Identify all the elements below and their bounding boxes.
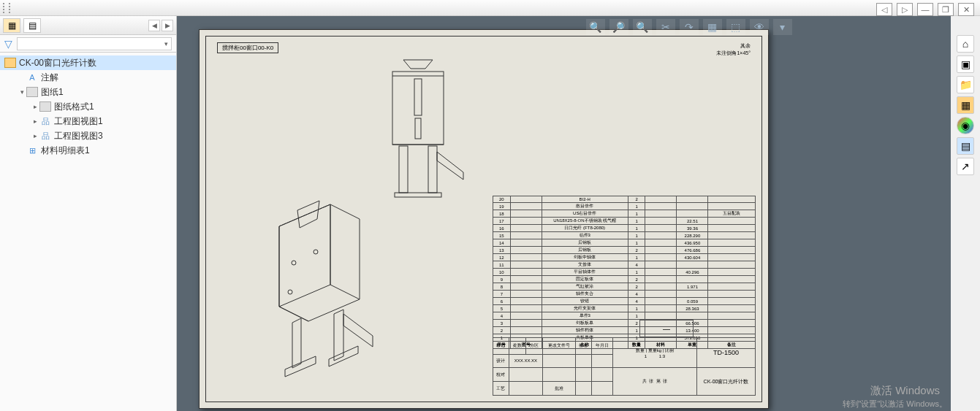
open-icon[interactable]: 📁: [957, 76, 974, 93]
view-icon: 品: [39, 116, 51, 126]
svg-marker-15: [297, 201, 319, 228]
tab-scroll-left[interactable]: ◀: [148, 20, 160, 31]
drawing-view-front[interactable]: [367, 58, 469, 204]
minimize-button[interactable]: —: [917, 3, 933, 16]
tree-sheet-format[interactable]: ▸ 图纸格式1: [0, 99, 176, 114]
annotation-icon: A: [26, 72, 38, 82]
tree-tab-bar: ▦ ▤ ◀ ▶: [0, 16, 176, 35]
view-toolbar: 🔍 🔎 🔍 ✂ ↷ ▦ ⬚ 👁 ▾: [586, 19, 792, 35]
svg-line-13: [330, 285, 360, 299]
tree-sheet1[interactable]: ▾ 图纸1: [0, 85, 176, 99]
bom-table[interactable]: 20BI2-H219散目倍件118US右目倍件1五目配装17UN18X25-8-…: [493, 196, 756, 349]
format-icon: [39, 101, 51, 112]
filter-dropdown[interactable]: ▾: [17, 37, 172, 50]
list-icon[interactable]: ▤: [957, 137, 974, 155]
tab-scroll-right[interactable]: ▶: [162, 20, 173, 31]
zoom-fit-icon[interactable]: 🔍: [586, 19, 605, 35]
appearance-icon[interactable]: ◉: [957, 117, 974, 134]
view-orient-icon[interactable]: 👁: [750, 19, 769, 35]
svg-marker-19: [292, 318, 301, 368]
tree-drawing-view3[interactable]: ▸ 品 工程图视图3: [0, 128, 176, 143]
section-icon[interactable]: ✂: [656, 19, 675, 35]
svg-point-17: [314, 250, 318, 254]
svg-rect-8: [395, 193, 441, 197]
nav-back-button[interactable]: ◁: [876, 3, 892, 16]
export-icon[interactable]: ↗: [957, 158, 974, 175]
svg-marker-9: [437, 152, 463, 180]
hide-show-icon[interactable]: ⬚: [726, 19, 745, 35]
svg-marker-0: [403, 60, 433, 69]
tree-bom[interactable]: ⊞ 材料明细表1: [0, 143, 176, 158]
filter-icon[interactable]: ▽: [4, 38, 12, 50]
title-block: 标记处数 分区更改文件号 签名年月日 数量 | 重量kg | 比例 1 1:3 …: [493, 337, 756, 396]
view-icon: 品: [39, 131, 51, 141]
svg-marker-21: [285, 356, 316, 377]
sheet-icon: [26, 87, 38, 97]
title-dash: —: [639, 320, 694, 337]
svg-rect-3: [414, 79, 422, 115]
drawing-doc-icon: [4, 58, 16, 68]
sheet-note: 其余 未注倒角1×45°: [716, 42, 751, 57]
caret-down-icon[interactable]: ▾: [18, 88, 26, 96]
right-toolbar: ⌂ ▣ 📁 ▦ ◉ ▤ ↗: [957, 35, 974, 175]
redo-icon[interactable]: ↷: [680, 19, 699, 35]
svg-rect-1: [392, 72, 444, 145]
close-button[interactable]: ✕: [958, 3, 974, 16]
tree-annotations[interactable]: A 注解: [0, 70, 176, 85]
zoom-area-icon[interactable]: 🔎: [609, 19, 628, 35]
home-icon[interactable]: ⌂: [957, 35, 974, 53]
nav-fwd-button[interactable]: ▷: [897, 3, 913, 16]
dropdown-icon[interactable]: ▾: [773, 19, 792, 35]
svg-point-18: [288, 290, 292, 294]
svg-line-14: [279, 307, 308, 321]
tree-tab-props[interactable]: ▤: [23, 18, 41, 33]
feature-tree-pane: ▦ ▤ ◀ ▶ ▽ ▾ CK-00窗口光纤计数 A 注解 ▾ 图纸1 ▸ 图纸格…: [0, 16, 177, 411]
model-icon[interactable]: ▣: [957, 55, 974, 73]
sheet-title-tag: 搅拌柜00窗口00-K0: [217, 42, 278, 53]
feature-tree: CK-00窗口光纤计数 A 注解 ▾ 图纸1 ▸ 图纸格式1 ▸ 品 工程图视图…: [0, 53, 176, 161]
svg-rect-6: [399, 146, 408, 193]
svg-marker-11: [279, 204, 330, 307]
window-controls: ◁ ▷ — ❐ ✕: [876, 3, 974, 16]
display-style-icon[interactable]: ▦: [703, 19, 722, 35]
zoom-prev-icon[interactable]: 🔍: [633, 19, 652, 35]
caret-right-icon[interactable]: ▸: [31, 118, 39, 125]
tree-tab-feature[interactable]: ▦: [3, 18, 20, 33]
caret-right-icon[interactable]: ▸: [31, 132, 39, 139]
tree-root[interactable]: CK-00窗口光纤计数: [0, 55, 176, 70]
bom-icon: ⊞: [26, 145, 38, 155]
drawing-canvas[interactable]: 🔍 🔎 🔍 ✂ ↷ ▦ ⬚ 👁 ▾ 搅拌柜00窗口00-K0 其余 未注倒角1×…: [177, 16, 951, 411]
drawing-view-iso[interactable]: [250, 168, 381, 387]
top-toolbar: [0, 0, 980, 16]
svg-rect-4: [415, 118, 421, 139]
svg-rect-7: [428, 146, 437, 193]
sheet-border: 搅拌柜00窗口00-K0 其余 未注倒角1×45°: [205, 36, 762, 402]
drawing-icon[interactable]: ▦: [957, 96, 974, 114]
caret-right-icon[interactable]: ▸: [31, 103, 39, 110]
grip-handle[interactable]: [3, 3, 10, 13]
svg-point-16: [292, 261, 296, 265]
tree-drawing-view1[interactable]: ▸ 品 工程图视图1: [0, 114, 176, 128]
filter-row: ▽ ▾: [0, 35, 176, 53]
restore-button[interactable]: ❐: [938, 3, 954, 16]
tree-root-label: CK-00窗口光纤计数: [19, 57, 96, 69]
svg-marker-23: [343, 314, 373, 347]
drawing-sheet[interactable]: 搅拌柜00窗口00-K0 其余 未注倒角1×45°: [199, 29, 769, 409]
